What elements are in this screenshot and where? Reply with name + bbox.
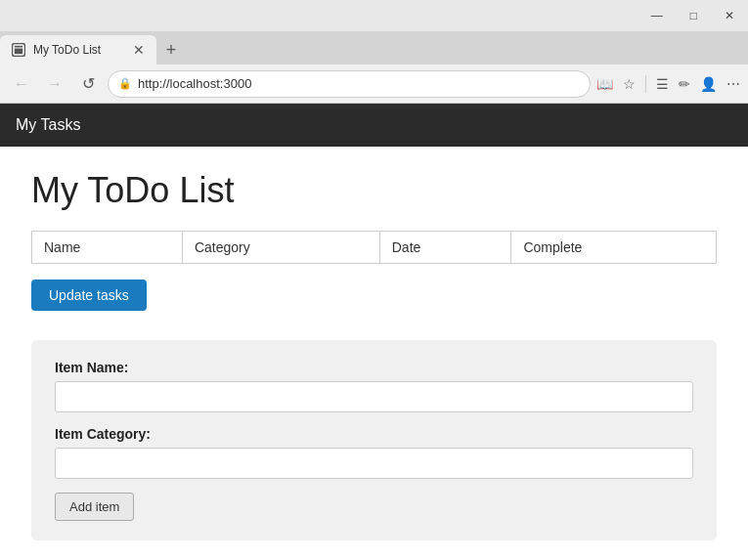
- item-name-label: Item Name:: [55, 360, 693, 375]
- update-tasks-button[interactable]: Update tasks: [31, 280, 147, 311]
- annotate-icon[interactable]: ✏: [679, 76, 690, 92]
- more-options-icon[interactable]: ⋯: [726, 76, 740, 92]
- reading-view-icon[interactable]: 📖: [596, 76, 613, 92]
- add-form: Item Name: Item Category: Add item: [31, 340, 717, 540]
- item-category-input[interactable]: [55, 448, 693, 479]
- title-bar: — □ ✕: [0, 0, 748, 31]
- address-bar: ← → ↺ 🔒 http://localhost:3000 📖 ☆ ☰ ✏ 👤 …: [0, 65, 748, 104]
- add-item-button[interactable]: Add item: [55, 493, 134, 521]
- col-date: Date: [379, 232, 511, 264]
- lock-icon: 🔒: [118, 77, 132, 90]
- favorites-icon[interactable]: ☆: [623, 76, 636, 92]
- url-text: http://localhost:3000: [138, 76, 580, 91]
- tab-close-icon[interactable]: ✕: [133, 42, 145, 58]
- hamburger-menu-icon[interactable]: ☰: [656, 76, 669, 92]
- address-input-container[interactable]: 🔒 http://localhost:3000: [108, 70, 591, 98]
- back-button[interactable]: ←: [8, 70, 35, 98]
- tab-label: My ToDo List: [33, 43, 101, 57]
- table-header-row: Name Category Date Complete: [32, 232, 717, 264]
- active-tab[interactable]: My ToDo List ✕: [0, 35, 156, 65]
- profile-icon[interactable]: 👤: [700, 76, 717, 92]
- col-complete: Complete: [511, 232, 717, 264]
- svg-rect-0: [14, 45, 23, 55]
- close-window-button[interactable]: ✕: [719, 9, 740, 22]
- app-body: My ToDo List Name Category Date Complete…: [0, 147, 748, 560]
- col-category: Category: [182, 232, 379, 264]
- app-header-title: My Tasks: [16, 116, 80, 134]
- page-title: My ToDo List: [31, 170, 717, 211]
- toolbar-icons: 📖 ☆ ☰ ✏ 👤 ⋯: [596, 75, 740, 93]
- app-header: My Tasks: [0, 104, 748, 147]
- task-table: Name Category Date Complete: [31, 231, 717, 264]
- tab-favicon-icon: [12, 43, 25, 57]
- forward-button[interactable]: →: [41, 70, 68, 98]
- col-name: Name: [32, 232, 183, 264]
- tab-bar: My ToDo List ✕ +: [0, 31, 748, 65]
- minimize-button[interactable]: —: [645, 9, 669, 22]
- maximize-button[interactable]: □: [684, 9, 703, 22]
- separator: [645, 75, 646, 93]
- item-category-label: Item Category:: [55, 426, 693, 442]
- refresh-button[interactable]: ↺: [74, 70, 102, 98]
- item-name-input[interactable]: [55, 381, 693, 412]
- new-tab-button[interactable]: +: [156, 35, 186, 65]
